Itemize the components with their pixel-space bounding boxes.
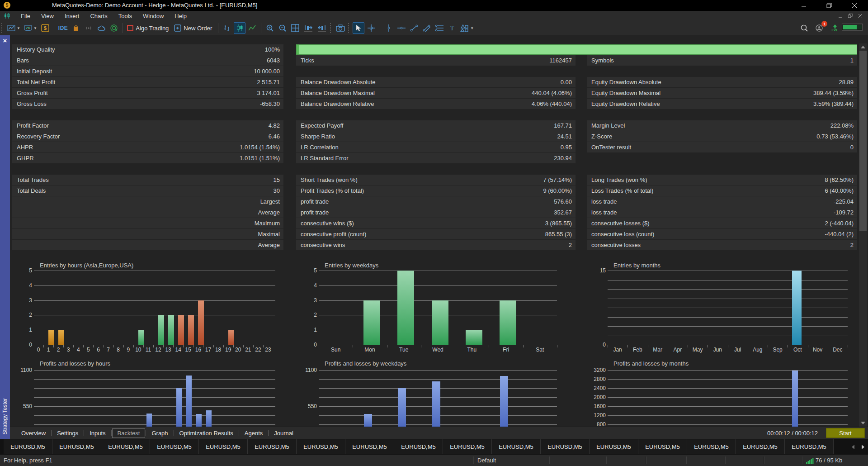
scroll-down-icon[interactable] — [861, 422, 865, 424]
chart-shift-button[interactable] — [316, 22, 328, 34]
channel-tool-button[interactable] — [421, 22, 433, 34]
chart-tab-eurusd-m5[interactable]: EURUSD,M5 — [443, 439, 492, 454]
mdi-restore-button[interactable] — [845, 12, 855, 20]
market-watch-button[interactable]: ▼ — [23, 22, 38, 34]
chart-tab-eurusd-m5[interactable]: EURUSD,M5 — [394, 439, 443, 454]
menu-item-insert[interactable]: Insert — [59, 12, 85, 20]
tile-windows-button[interactable] — [289, 22, 301, 34]
menu-item-tools[interactable]: Tools — [113, 12, 137, 20]
mdi-minimize-button[interactable] — [835, 12, 845, 20]
horizontal-line-tool-button[interactable] — [396, 22, 407, 34]
tab-graph[interactable]: Graph — [146, 428, 173, 438]
close-tester-icon[interactable]: × — [0, 37, 10, 45]
y-axis-label: 2 — [16, 312, 32, 318]
minimize-button[interactable] — [791, 0, 816, 11]
traffic-counter[interactable]: 76 / 95 Kb — [816, 457, 842, 464]
candlestick-mode-button[interactable] — [234, 22, 245, 34]
menu-item-file[interactable]: File — [15, 12, 36, 20]
fibonacci-tool-button[interactable] — [434, 22, 445, 34]
menu-item-charts[interactable]: Charts — [85, 12, 113, 20]
market-bag-button[interactable] — [70, 22, 82, 34]
chart-tab-eurusd-m5[interactable]: EURUSD,M5 — [541, 439, 590, 454]
x-axis-label: Feb — [628, 347, 646, 353]
toolbar-drag-handle[interactable] — [330, 23, 332, 33]
chart-profits-and-losses-by-weekdays-title: Profits and losses by weekdays — [325, 360, 406, 367]
start-button[interactable]: Start — [826, 428, 865, 438]
chart-tab-eurusd-m5[interactable]: EURUSD,M5 — [52, 439, 101, 454]
chart-tab-eurusd-m5[interactable]: EURUSD,M5 — [736, 439, 785, 454]
line-chart-mode-button[interactable] — [246, 22, 258, 34]
y-axis-label: 2000 — [590, 394, 606, 400]
notifications-icon[interactable]: 1 — [813, 22, 825, 34]
search-icon[interactable] — [798, 22, 810, 34]
chart-tab-eurusd-m5[interactable]: EURUSD,M5 — [492, 439, 541, 454]
chart-window-button[interactable]: ▼ — [6, 22, 22, 34]
chart-tab-eurusd-m5[interactable]: EURUSD,M5 — [590, 439, 638, 454]
chart-tab-eurusd-m5[interactable]: EURUSD,M5 — [345, 439, 394, 454]
tab-settings[interactable]: Settings — [52, 428, 83, 438]
report-cell: AHPR1.0154 (1.54%) — [12, 142, 283, 152]
tab-backtest[interactable]: Backtest — [112, 428, 146, 438]
deposit-button[interactable]: $ — [39, 22, 51, 34]
chart-tab-eurusd-m5[interactable]: EURUSD,M5 — [638, 439, 687, 454]
chart-tab-eurusd-m5[interactable]: EURUSD,M5 — [101, 439, 150, 454]
tab-optimization-results[interactable]: Optimization Results — [175, 428, 238, 438]
tabs-scroll-right-icon[interactable] — [862, 445, 864, 449]
chart-tab-eurusd-m5[interactable]: EURUSD,M5 — [199, 439, 248, 454]
crosshair-tool-button[interactable] — [365, 22, 377, 34]
tab-inputs[interactable]: Inputs — [85, 428, 110, 438]
algo-trading-button[interactable]: Algo Trading — [126, 22, 172, 34]
new-order-button[interactable]: New Order — [173, 22, 215, 34]
restore-button[interactable] — [816, 0, 842, 11]
toolbar-drag-handle[interactable] — [348, 23, 350, 33]
status-profile[interactable]: Default — [477, 457, 496, 464]
zoom-out-button[interactable] — [277, 22, 288, 34]
toolbar-drag-handle[interactable] — [1, 23, 4, 33]
chart-tab-eurusd-m5[interactable]: EURUSD,M5 — [150, 439, 199, 454]
toolbar-separator — [261, 23, 261, 33]
chart-tab-eurusd-m5[interactable]: EURUSD,M5 — [785, 439, 834, 454]
close-button[interactable] — [842, 0, 867, 11]
ide-button[interactable]: IDE — [57, 22, 70, 34]
shapes-tool-button[interactable]: ▼ — [459, 22, 475, 34]
auto-scroll-button[interactable] — [302, 22, 315, 34]
report-label: consecutive losses ($) — [591, 220, 650, 227]
chart-tab-eurusd-m5[interactable]: EURUSD,M5 — [4, 439, 52, 454]
gridline — [608, 326, 848, 327]
report-label: consecutive profit (count) — [301, 231, 366, 238]
bar-chart-mode-button[interactable] — [221, 22, 233, 34]
text-tool-button[interactable]: T — [446, 22, 458, 34]
y-axis-label: 1600 — [590, 403, 606, 409]
tab-separator — [51, 430, 52, 436]
chart-entries-by-hours-asia-europe-usa-bar-2 — [58, 330, 64, 345]
chart-tab-eurusd-m5[interactable]: EURUSD,M5 — [297, 439, 345, 454]
zoom-in-button[interactable] — [264, 22, 276, 34]
cloud-button[interactable] — [95, 22, 107, 34]
y-axis-label: 5 — [16, 267, 32, 274]
tab-agents[interactable]: Agents — [240, 428, 268, 438]
history-quality-progress — [296, 44, 857, 55]
chart-tab-eurusd-m5[interactable]: EURUSD,M5 — [687, 439, 736, 454]
chart-tab-eurusd-m5[interactable]: EURUSD,M5 — [248, 439, 297, 454]
mdi-close-button[interactable] — [855, 12, 865, 20]
scroll-up-icon[interactable] — [861, 46, 865, 48]
margin-level-icon[interactable]: LVL — [831, 24, 838, 32]
add-signal-button[interactable] — [108, 22, 120, 34]
report-label: Expected Payoff — [301, 122, 343, 129]
tabs-scroll-left-icon[interactable] — [852, 445, 854, 449]
menu-item-view[interactable]: View — [36, 12, 59, 20]
menu-item-window[interactable]: Window — [137, 12, 169, 20]
vertical-scrollbar[interactable] — [859, 43, 867, 427]
menu-item-help[interactable]: Help — [169, 12, 192, 20]
report-label: AHPR — [17, 144, 33, 151]
tab-overview[interactable]: Overview — [16, 428, 51, 438]
report-cell: Total Trades15 — [12, 175, 283, 185]
vertical-line-tool-button[interactable] — [383, 22, 395, 34]
screenshot-camera-button[interactable] — [335, 22, 346, 34]
scrollbar-thumb[interactable] — [859, 51, 867, 231]
broadcast-icon[interactable] — [83, 22, 94, 34]
cursor-tool-button[interactable] — [353, 22, 364, 34]
tab-journal[interactable]: Journal — [269, 428, 298, 438]
trendline-tool-button[interactable] — [408, 22, 420, 34]
axis-tick — [768, 345, 768, 347]
